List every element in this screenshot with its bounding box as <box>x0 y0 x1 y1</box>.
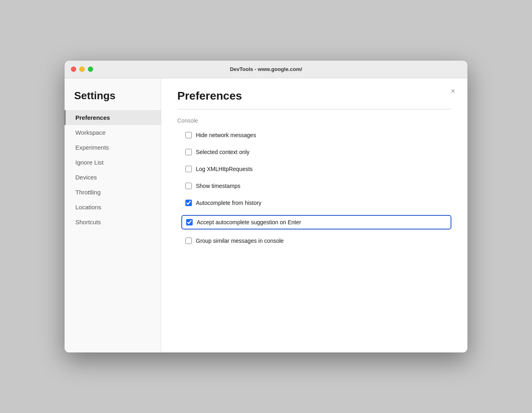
checkbox-autocomplete-enter: Accept autocomplete suggestion on Enter <box>181 215 451 229</box>
sidebar-item-devices[interactable]: Devices <box>64 170 161 185</box>
checkbox-list: Hide network messages Selected context o… <box>177 130 451 246</box>
selected-context-checkbox[interactable] <box>185 149 192 155</box>
divider <box>177 109 451 109</box>
main-panel: × Preferences Console Hide network messa… <box>161 78 468 353</box>
close-button[interactable]: × <box>448 86 458 96</box>
group-similar-checkbox[interactable] <box>185 238 192 244</box>
autocomplete-enter-label: Accept autocomplete suggestion on Enter <box>197 219 301 225</box>
selected-context-label: Selected context only <box>196 149 249 155</box>
checkbox-hide-network: Hide network messages <box>185 130 451 140</box>
show-timestamps-label: Show timestamps <box>196 183 240 189</box>
hide-network-checkbox[interactable] <box>185 132 192 138</box>
sidebar-item-shortcuts[interactable]: Shortcuts <box>64 215 161 229</box>
main-content: Settings Preferences Workspace Experimen… <box>64 78 468 353</box>
log-xml-checkbox[interactable] <box>185 166 192 172</box>
group-similar-label: Group similar messages in console <box>196 238 284 244</box>
checkbox-show-timestamps: Show timestamps <box>185 181 451 191</box>
traffic-lights <box>71 67 93 72</box>
panel-title: Preferences <box>177 90 451 102</box>
checkbox-selected-context: Selected context only <box>185 147 451 157</box>
sidebar-item-locations[interactable]: Locations <box>64 200 161 215</box>
checkbox-autocomplete-history: Autocomplete from history <box>185 198 451 208</box>
window-title: DevTools - www.google.com/ <box>230 66 302 72</box>
autocomplete-history-label: Autocomplete from history <box>196 200 262 206</box>
sidebar-item-preferences[interactable]: Preferences <box>64 110 161 125</box>
sidebar-item-experiments[interactable]: Experiments <box>64 140 161 155</box>
checkbox-log-xml: Log XMLHttpRequests <box>185 164 451 174</box>
sidebar-item-throttling[interactable]: Throttling <box>64 185 161 200</box>
log-xml-label: Log XMLHttpRequests <box>196 166 253 172</box>
sidebar-item-ignore-list[interactable]: Ignore List <box>64 155 161 170</box>
checkbox-group-similar: Group similar messages in console <box>185 236 451 246</box>
sidebar: Settings Preferences Workspace Experimen… <box>64 78 161 353</box>
close-traffic-light[interactable] <box>71 67 76 72</box>
maximize-traffic-light[interactable] <box>88 67 93 72</box>
hide-network-label: Hide network messages <box>196 132 256 138</box>
autocomplete-enter-checkbox[interactable] <box>186 219 193 225</box>
section-title: Console <box>177 117 451 124</box>
sidebar-item-workspace[interactable]: Workspace <box>64 125 161 140</box>
minimize-traffic-light[interactable] <box>79 67 85 72</box>
autocomplete-history-checkbox[interactable] <box>185 200 192 206</box>
show-timestamps-checkbox[interactable] <box>185 183 192 189</box>
sidebar-heading: Settings <box>64 90 161 110</box>
titlebar: DevTools - www.google.com/ <box>64 60 468 78</box>
devtools-window: DevTools - www.google.com/ Settings Pref… <box>64 60 468 353</box>
